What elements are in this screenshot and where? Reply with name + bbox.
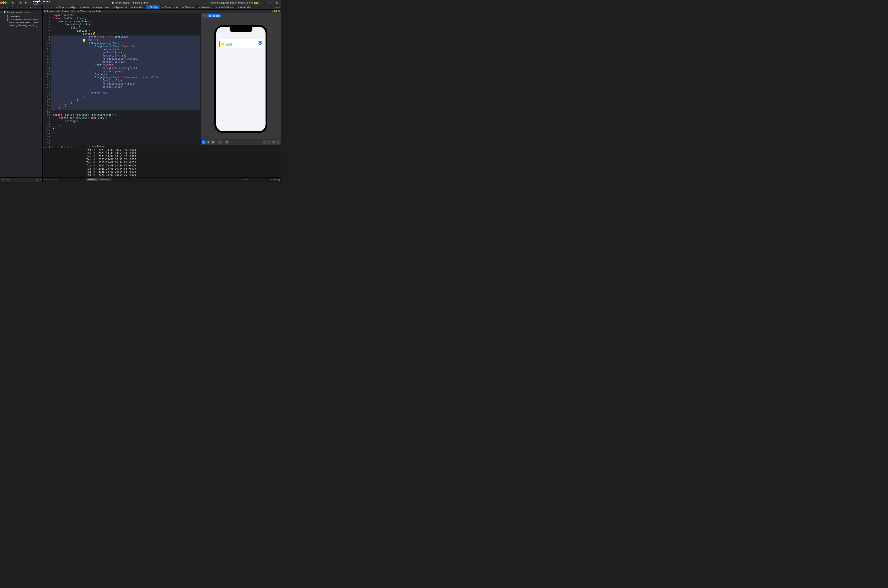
- zoom-in-button[interactable]: +: [276, 140, 280, 144]
- navigator-tabs[interactable]: ▤ ⎇ Q ⚠ ◇ ≡ ◈ ☰ ▢: [0, 5, 42, 9]
- tab-homedetailview[interactable]: ⬢HomeDetailView: [213, 5, 236, 9]
- chevron-icon[interactable]: 〈: [86, 145, 88, 148]
- library-button[interactable]: ▥: [274, 1, 278, 4]
- device-settings-button[interactable]: ▭: [218, 140, 222, 144]
- tab-assets[interactable]: ▦Assets: [78, 5, 91, 9]
- source-control-icon[interactable]: ⎇: [6, 6, 9, 9]
- run-button[interactable]: ▶: [24, 1, 28, 4]
- tab-keepaccounts[interactable]: ⬢KeepAccounts: [160, 5, 180, 9]
- sidebar-toggle-icon[interactable]: ▣: [10, 1, 14, 4]
- editor-options-icon[interactable]: ▥: [278, 6, 280, 9]
- breadcrumb-item[interactable]: TestTap: [87, 10, 94, 12]
- chevron-down-icon[interactable]: ▾: [4, 15, 5, 18]
- filter-scope-icon[interactable]: ⬚: [1, 178, 5, 181]
- chevron-right-icon: 〉: [130, 1, 132, 4]
- debug-view-icon[interactable]: ▣: [61, 146, 63, 148]
- breadcrumb-item[interactable]: KeepAccounts: [46, 10, 60, 12]
- step-into-icon[interactable]: ↓: [56, 146, 57, 148]
- issue-file[interactable]: ▾ ⬢ HomeView: [0, 14, 42, 18]
- tab-keepaccountsapp[interactable]: ⬢KeepAccountsApp: [54, 5, 78, 9]
- inline-warning-badge[interactable]: ⚠: [274, 10, 277, 12]
- zoom-actual-button[interactable]: ⤢: [262, 140, 266, 144]
- minimize-window[interactable]: [2, 2, 4, 4]
- related-items-icon[interactable]: ☰: [43, 5, 46, 9]
- pin-preview-icon[interactable]: 📍: [202, 14, 206, 18]
- console-crumb-label[interactable]: KeepAccounts: [92, 145, 105, 147]
- scheme-selector[interactable]: ◧ KeepAccounts 〉 iPhone 13 mini: [112, 1, 148, 4]
- adjust-icon[interactable]: ▥: [278, 10, 280, 12]
- pause-icon[interactable]: ❚❚: [47, 146, 51, 148]
- breadcrumb-item[interactable]: KeepAccounts: [62, 10, 75, 12]
- step-over-icon[interactable]: ↷: [52, 146, 54, 148]
- breadcrumb-item[interactable]: DevViews: [76, 10, 86, 12]
- breadcrumb-item[interactable]: body: [96, 10, 101, 12]
- more-icon[interactable]: ▢: [39, 6, 41, 9]
- clock-icon[interactable]: ◷: [36, 178, 38, 181]
- panel-toggle-icon[interactable]: ▥: [278, 178, 280, 181]
- assistant-icon[interactable]: ≡: [272, 10, 273, 12]
- zoom-fit-button[interactable]: ◎: [272, 140, 276, 144]
- stop-button[interactable]: ◼: [19, 1, 22, 4]
- auto-label[interactable]: Auto ≎: [44, 178, 51, 181]
- step-out-icon[interactable]: ↑: [58, 146, 59, 148]
- branch-name: master: [33, 3, 50, 5]
- console-filter-input[interactable]: [244, 178, 268, 181]
- issue-root[interactable]: ▾ ◧ KeepAccounts 1 issue: [0, 10, 42, 14]
- debug-toggle-icon[interactable]: ▬: [44, 146, 45, 148]
- warning-badge[interactable]: ⚠ 1: [254, 2, 258, 4]
- close-window[interactable]: [0, 2, 2, 4]
- issue-item[interactable]: ! Initialization of immutable value 'val…: [0, 18, 42, 30]
- swift-file-icon: ⬢: [199, 6, 200, 9]
- tab-versionview[interactable]: ⬢VersionView: [236, 5, 254, 9]
- preview-chip[interactable]: ▦ Test Tap: [207, 14, 221, 18]
- variants-button[interactable]: ▦: [211, 140, 214, 144]
- code-editor[interactable]: 1234567891011121314151617181920212223242…: [43, 13, 200, 145]
- issue-tree[interactable]: ▾ ◧ KeepAccounts 1 issue ▾ ⬢ HomeView ! …: [0, 9, 42, 177]
- chevron-down-icon[interactable]: ▾: [1, 11, 3, 14]
- breadcrumb[interactable]: ◧ KeepAccounts〉KeepAccounts〉DevViews〉Tes…: [43, 9, 281, 13]
- threads-icon[interactable]: ≡: [71, 146, 72, 148]
- preferences-button[interactable]: ⚙: [225, 140, 229, 144]
- zoom-window[interactable]: [4, 2, 7, 4]
- swift-file-icon: ⬢: [162, 6, 164, 9]
- tests-icon[interactable]: ◇: [21, 6, 22, 9]
- project-nav-icon[interactable]: ▤: [2, 6, 3, 9]
- plus-button[interactable]: ＋: [268, 1, 272, 4]
- location-icon[interactable]: ➤: [68, 146, 70, 148]
- reports-icon[interactable]: ☰: [34, 6, 36, 9]
- metadata-icon[interactable]: ⊙: [241, 178, 243, 181]
- issues-icon[interactable]: ⚠: [16, 6, 18, 9]
- gear-icon[interactable]: ☰: [39, 178, 42, 181]
- swift-file-icon: ⬢: [56, 6, 57, 9]
- chevron-right-icon: 〉: [95, 10, 96, 12]
- preview-row[interactable]: Swift: [220, 41, 262, 47]
- console-output[interactable]: Tap !!! 2023-10-08 10:53:30 +0000 Tap !!…: [85, 148, 281, 177]
- forward-button[interactable]: 〉: [50, 5, 54, 9]
- tab-keepaccounts[interactable]: ⬢KeepAccounts: [91, 5, 111, 9]
- swift-file-icon: ⬢: [131, 6, 133, 9]
- tab-chartview[interactable]: ⬢ChartView: [180, 5, 196, 9]
- variables-filter-input[interactable]: [54, 178, 84, 181]
- tab-testtap[interactable]: ⬢TestTap: [146, 5, 160, 9]
- output-segmented[interactable]: Previews Executable: [86, 178, 112, 181]
- debug-nav-icon[interactable]: ≡: [26, 6, 27, 9]
- minimap-icon[interactable]: ≣: [275, 6, 277, 9]
- tab-appiconlist[interactable]: ⬢AppIconList: [111, 5, 129, 9]
- breakpoints-icon[interactable]: ◈: [30, 6, 32, 9]
- zoom-out-button[interactable]: −: [267, 140, 271, 144]
- back-button[interactable]: 〈: [46, 5, 50, 9]
- memory-icon[interactable]: ◱: [64, 146, 66, 148]
- navigator-filter: ⬚ ◷ ☰: [0, 177, 42, 182]
- selectable-button[interactable]: ▣: [206, 140, 210, 144]
- seg-executable[interactable]: Executable: [98, 178, 112, 181]
- code-body[interactable]: import SwiftUIstruct TestTap: View { var…: [51, 13, 200, 145]
- tab-homeview[interactable]: ⬢HomeView: [196, 5, 213, 9]
- tab-aboutview[interactable]: ⬢AboutView: [129, 5, 146, 9]
- seg-previews[interactable]: Previews: [86, 178, 98, 181]
- cloud-icon[interactable]: ☁: [260, 1, 262, 4]
- project-name: KeepAccounts: [33, 0, 50, 3]
- tab-label: HomeView: [201, 6, 211, 9]
- search-icon[interactable]: Q: [12, 6, 13, 9]
- filter-input[interactable]: [6, 178, 35, 181]
- live-button[interactable]: ●: [202, 140, 206, 144]
